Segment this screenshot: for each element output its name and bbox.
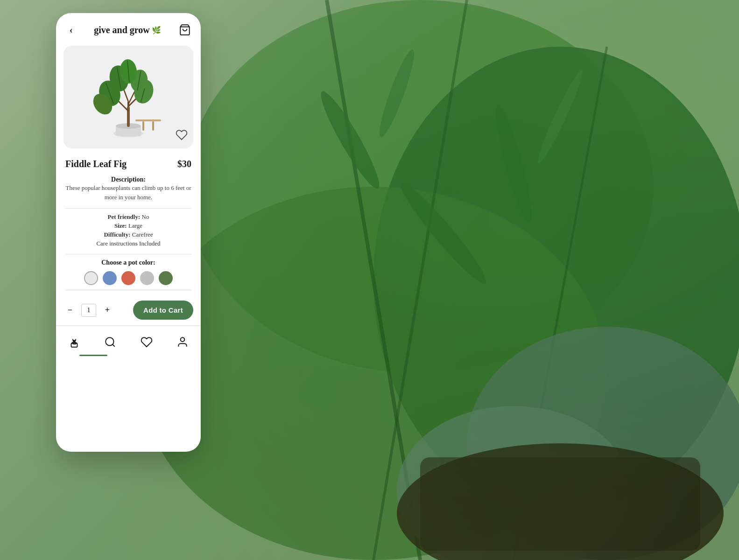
svg-line-44 [113,344,115,347]
difficulty-value: Carefree [132,231,153,238]
svg-point-45 [181,337,185,342]
specs-section: Pet friendly: No Size: Large Difficulty:… [65,213,191,247]
product-title-row: Fiddle Leaf Fig $30 [65,159,191,169]
pet-friendly-value: No [142,213,149,220]
pot-color-options [65,271,191,285]
app-container: ‹ give and grow 🌿 [56,13,201,452]
description-section: Description: These popular houseplants c… [65,175,191,202]
leaf-icon: 🌿 [152,26,161,35]
difficulty-label: Difficulty: [104,231,130,238]
size-label: Size: [114,222,127,229]
pet-friendly-row: Pet friendly: No [65,213,191,221]
brand-name: give and grow 🌿 [94,25,161,35]
pot-color-green[interactable] [159,271,173,285]
pot-color-section: Choose a pot color: [65,259,191,285]
divider-3 [65,290,191,290]
difficulty-row: Difficulty: Carefree [65,231,191,238]
pet-friendly-label: Pet friendly: [108,213,141,220]
product-image-container [63,46,193,148]
bottom-nav [56,325,201,356]
pot-color-white[interactable] [84,271,98,285]
size-row: Size: Large [65,222,191,230]
description-label: Description: [65,175,191,183]
back-button[interactable]: ‹ [64,23,77,36]
product-price: $30 [177,159,191,169]
action-bar: − 1 + Add to Cart [56,295,201,325]
description-text: These popular houseplants can climb up t… [65,183,191,202]
product-info: Fiddle Leaf Fig $30 Description: These p… [56,152,201,295]
nav-search[interactable] [101,333,120,351]
svg-rect-39 [152,121,154,131]
product-image [89,50,168,144]
svg-point-43 [106,337,114,345]
divider-2 [65,254,191,254]
wishlist-heart-button[interactable] [176,129,188,143]
care-instructions: Care instructions Included [65,240,191,247]
cart-button[interactable] [177,22,192,37]
nav-home[interactable] [65,333,84,351]
nav-profile[interactable] [173,333,192,351]
nav-wishlist[interactable] [137,333,156,351]
brand-text: give and grow [94,25,150,35]
quantity-decrease-button[interactable]: − [63,304,77,317]
header: ‹ give and grow 🌿 [56,13,201,42]
divider-1 [65,208,191,209]
pot-color-gray[interactable] [140,271,154,285]
svg-rect-38 [142,121,144,131]
svg-rect-15 [420,457,700,551]
pot-color-label: Choose a pot color: [65,259,191,266]
add-to-cart-button[interactable]: Add to Cart [133,301,193,320]
pot-color-blue[interactable] [103,271,117,285]
pot-color-terracotta[interactable] [121,271,135,285]
quantity-control: − 1 + [63,304,114,317]
quantity-increase-button[interactable]: + [101,304,114,317]
product-name: Fiddle Leaf Fig [65,159,127,169]
size-value: Large [128,222,142,229]
svg-rect-37 [135,119,161,121]
quantity-display: 1 [81,304,96,317]
